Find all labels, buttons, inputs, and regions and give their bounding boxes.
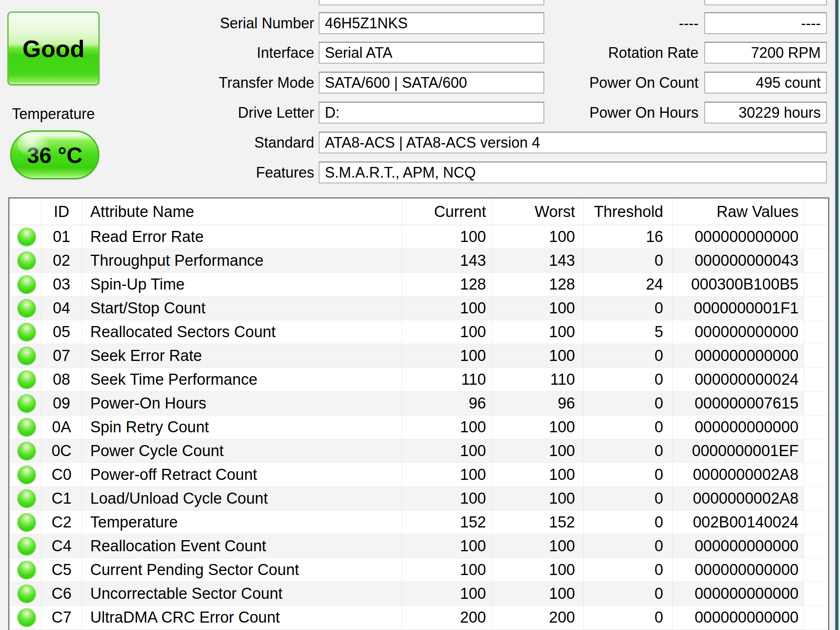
row-raw-values: 000000000000 [673,582,804,606]
row-attribute-name: Throughput Performance [82,249,402,273]
row-status-cell [9,392,41,415]
row-status-cell [9,511,41,534]
row-attribute-name: Seek Time Performance [82,368,402,392]
status-good-icon [17,466,36,484]
header-attribute-name[interactable]: Attribute Name [82,199,402,225]
row-threshold: 0 [584,344,673,368]
row-worst: 100 [492,344,584,368]
row-id: 05 [41,320,82,344]
row-worst: 100 [492,487,584,511]
row-current: 100 [402,487,492,511]
row-worst: 100 [492,439,584,463]
row-trailing [804,392,828,415]
row-raw-values: 000300B100B5 [673,273,804,297]
device-field-row: Features S.M.A.R.T., APM, NCQ [0,162,840,183]
row-status-cell [9,273,41,297]
row-id: C4 [41,534,82,558]
header-threshold[interactable]: Threshold [584,199,673,225]
smart-table-row[interactable]: 08 Seek Time Performance 110 110 0 00000… [9,368,828,392]
row-threshold: 0 [584,487,673,511]
status-good-icon [17,299,36,318]
row-worst: 143 [492,249,584,273]
row-threshold: 0 [584,534,673,558]
field-value-box: ---- [704,12,827,34]
smart-table-row[interactable]: 03 Spin-Up Time 128 128 24 000300B100B5 [9,273,828,297]
window-right-edge [835,0,839,630]
smart-table-row[interactable]: C6 Uncorrectable Sector Count 100 100 0 … [9,582,828,606]
row-current: 100 [402,558,492,582]
row-threshold: 0 [584,297,673,320]
smart-table-row[interactable]: 09 Power-On Hours 96 96 0 000000007615 [9,392,828,415]
row-raw-values: 000000000024 [673,368,804,392]
row-worst: 128 [492,273,584,297]
row-trailing [804,297,828,320]
row-trailing [804,558,828,582]
row-threshold: 24 [584,273,673,297]
row-attribute-name: Power-off Retract Count [82,463,402,487]
row-trailing [804,273,828,297]
row-current: 100 [402,344,492,368]
header-worst[interactable]: Worst [492,199,584,225]
smart-table-row[interactable]: 05 Reallocated Sectors Count 100 100 5 0… [9,320,828,344]
row-raw-values: 0000000002A8 [673,463,804,487]
header-id[interactable]: ID [41,199,82,225]
row-id: C5 [41,558,82,582]
smart-table-row[interactable]: C2 Temperature 152 152 0 002B00140024 [9,511,828,534]
row-status-cell [9,439,41,463]
row-threshold: 0 [584,439,673,463]
row-id: 09 [41,392,82,415]
row-id: C6 [41,582,82,606]
row-threshold: 0 [584,463,673,487]
header-raw-values[interactable]: Raw Values [673,199,804,225]
row-raw-values: 000000000000 [673,320,804,344]
smart-table-row[interactable]: C5 Current Pending Sector Count 100 100 … [9,558,828,582]
row-attribute-name: Power Cycle Count [82,439,402,463]
row-raw-values: 000000000000 [673,344,804,368]
row-attribute-name: Read Error Rate [82,225,402,249]
smart-attributes-table: ID Attribute Name Current Worst Threshol… [8,197,829,630]
row-threshold: 0 [584,392,673,415]
field-value-box: 7200 RPM [704,42,827,64]
row-id: 02 [41,249,82,273]
status-good-icon [17,513,36,532]
row-trailing [804,582,828,606]
header-current[interactable]: Current [402,199,492,225]
field-value-box: 495 count [704,72,827,94]
smart-table-row[interactable]: 01 Read Error Rate 100 100 16 0000000000… [9,225,828,249]
row-id: 0C [41,439,82,463]
row-threshold: 16 [584,225,673,249]
row-worst: 152 [492,511,584,534]
status-good-icon [17,394,36,413]
smart-table-row[interactable]: C7 UltraDMA CRC Error Count 200 200 0 00… [9,606,828,630]
row-current: 100 [402,534,492,558]
smart-table-row[interactable]: C1 Load/Unload Cycle Count 100 100 0 000… [9,487,828,511]
smart-table-row[interactable]: 02 Throughput Performance 143 143 0 0000… [9,249,828,273]
smart-table-row[interactable]: 07 Seek Error Rate 100 100 0 00000000000… [9,344,828,368]
row-status-cell [9,534,41,558]
row-trailing [804,368,828,392]
row-worst: 100 [492,463,584,487]
smart-table-row[interactable]: 0A Spin Retry Count 100 100 0 0000000000… [9,415,828,439]
row-threshold: 0 [584,582,673,606]
field-value: 495 count [705,73,826,93]
row-attribute-name: Start/Stop Count [82,297,402,320]
row-attribute-name: UltraDMA CRC Error Count [82,606,402,630]
smart-table-row[interactable]: C0 Power-off Retract Count 100 100 0 000… [9,463,828,487]
status-good-icon [17,251,36,270]
field-value: 30229 hours [705,103,826,123]
device-field-row: Power On Hours 30229 hours [0,102,840,123]
status-good-icon [17,228,36,247]
buffer-size-field-box-cutoff [704,0,827,5]
status-good-icon [17,418,36,437]
status-good-icon [17,561,36,580]
row-id: 07 [41,344,82,368]
smart-table-row[interactable]: C4 Reallocation Event Count 100 100 0 00… [9,534,828,558]
row-trailing [804,487,828,511]
status-good-icon [17,370,36,389]
row-threshold: 0 [584,511,673,534]
device-field-row: ---- ---- [0,12,840,34]
smart-table-row[interactable]: 04 Start/Stop Count 100 100 0 0000000001… [9,297,828,320]
smart-table-body: 01 Read Error Rate 100 100 16 0000000000… [9,225,828,630]
smart-table-row[interactable]: 0C Power Cycle Count 100 100 0 000000000… [9,439,828,463]
field-label: Rotation Rate [450,42,698,64]
